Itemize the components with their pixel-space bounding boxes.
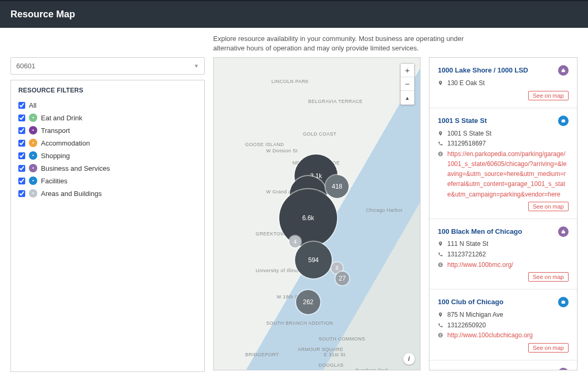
map-place-label: Burnham Park: [355, 368, 389, 370]
result-address: 130 E Oak St: [438, 78, 569, 89]
result-card: 100 Eastwalton100 E Walton St13123373393…: [429, 360, 577, 371]
results-list[interactable]: 1000 Lake Shore / 1000 LSD130 E Oak StSe…: [429, 57, 578, 370]
result-title[interactable]: 100 Black Men of Chicago: [438, 226, 569, 237]
filter-checkbox[interactable]: [18, 115, 25, 121]
map-cluster[interactable]: 262: [296, 290, 320, 314]
globe-icon: [438, 332, 444, 341]
filter-item-areas[interactable]: •Areas and Buildings: [18, 187, 197, 200]
chevron-down-icon: ▼: [194, 63, 199, 69]
accommodation-icon: •: [29, 139, 37, 147]
result-address: 111 N State St: [438, 239, 569, 250]
filter-checkbox[interactable]: [18, 165, 25, 172]
filter-item-facilities[interactable]: •Facilities: [18, 174, 197, 187]
filter-item-business[interactable]: •Business and Services: [18, 162, 197, 174]
results-column: 1000 Lake Shore / 1000 LSD130 E Oak StSe…: [429, 57, 578, 370]
phone-icon: [438, 322, 444, 331]
phone-icon: [438, 251, 444, 260]
map-place-label: LINCOLN PARK: [271, 79, 309, 84]
result-phone: 13122650920: [438, 320, 569, 331]
globe-icon: [438, 150, 444, 160]
phone-icon: [438, 140, 444, 149]
map-place-label: DOUGLAS: [319, 363, 344, 368]
result-link[interactable]: http://www.100bmc.org/: [447, 260, 513, 270]
map-canvas[interactable]: LINCOLN PARKBELGRAVIA TERRACEGOOSE ISLAN…: [213, 57, 421, 370]
areas-icon: •: [29, 189, 37, 198]
intro-text: Explore resource availability in your co…: [213, 34, 497, 53]
see-on-map-button[interactable]: See on map: [528, 343, 569, 353]
filter-label: Shopping: [41, 152, 70, 160]
map-cluster[interactable]: 27: [335, 272, 349, 285]
result-title[interactable]: 1000 Lake Shore / 1000 LSD: [438, 65, 569, 76]
map-place-label: BELGRAVIA TERRACE: [308, 99, 363, 104]
zoom-controls: + − ▴: [400, 63, 415, 105]
result-url: http://www.100clubchicago.org: [438, 330, 569, 341]
see-on-map-button[interactable]: See on map: [528, 272, 569, 282]
reset-north-button[interactable]: ▴: [401, 91, 414, 105]
result-phone: 13129518697: [438, 139, 569, 149]
main-content-row: 60601 ▼ RESOURCE FILTERS All•Eat and Dri…: [0, 57, 588, 382]
see-on-map-button[interactable]: See on map: [528, 91, 569, 100]
building-icon: [558, 226, 569, 237]
filter-checkbox[interactable]: [18, 127, 25, 134]
map-place-label: SOUTH COMMONS: [319, 336, 365, 341]
filter-label: Eat and Drink: [41, 114, 82, 122]
pin-icon: [438, 240, 444, 250]
pin-icon: [438, 311, 444, 320]
filter-checkbox[interactable]: [18, 152, 25, 159]
globe-icon: [438, 261, 444, 271]
business-icon: •: [29, 164, 37, 172]
map-cluster[interactable]: 4: [289, 236, 301, 247]
result-link[interactable]: http://www.100clubchicago.org: [447, 330, 533, 340]
pin-icon: [438, 79, 444, 89]
filter-title: RESOURCE FILTERS: [18, 87, 197, 94]
filter-item-eat-drink[interactable]: •Eat and Drink: [18, 111, 197, 124]
map-cluster[interactable]: 594: [295, 242, 332, 278]
map-column: LINCOLN PARKBELGRAVIA TERRACEGOOSE ISLAN…: [213, 57, 421, 370]
map-cluster[interactable]: 418: [326, 175, 349, 198]
filter-checkbox[interactable]: [18, 102, 25, 109]
briefcase-icon: [558, 116, 569, 126]
result-title[interactable]: 100 Eastwalton: [438, 368, 569, 371]
result-url: http://www.100bmc.org/: [438, 260, 569, 271]
intro-row: Explore resource availability in your co…: [0, 28, 588, 57]
filter-item-shopping[interactable]: •Shopping: [18, 149, 197, 162]
map-place-label: GOLD COAST: [303, 131, 337, 137]
filter-label: Facilities: [41, 177, 68, 185]
filter-item-accommodation[interactable]: •Accommodation: [18, 137, 197, 149]
map-cluster[interactable]: 6.6k: [279, 189, 337, 247]
filter-item-all[interactable]: All: [18, 99, 197, 111]
page-title: Resource Map: [10, 9, 578, 20]
eat-drink-icon: •: [29, 113, 37, 122]
map-place-label: E 31st St: [324, 352, 345, 357]
see-on-map-button[interactable]: See on map: [528, 202, 569, 211]
facilities-icon: •: [29, 177, 37, 185]
result-address: 1001 S State St: [438, 129, 569, 139]
shopping-icon: •: [29, 151, 37, 160]
result-title[interactable]: 100 Club of Chicago: [438, 297, 569, 308]
result-link[interactable]: https://en.parkopedia.com/parking/garage…: [447, 149, 569, 200]
filter-label: Transport: [41, 127, 70, 134]
map-place-label: W Division St: [266, 148, 298, 153]
filter-checkbox[interactable]: [18, 140, 25, 147]
map-place-label: GOOSE ISLAND: [245, 142, 284, 147]
zoom-in-button[interactable]: +: [401, 64, 414, 77]
zoom-out-button[interactable]: −: [401, 77, 414, 91]
filter-label: Business and Services: [41, 164, 110, 172]
result-title[interactable]: 1001 S State St: [438, 116, 569, 127]
filter-list: All•Eat and Drink•Transport•Accommodatio…: [18, 99, 197, 200]
result-phone: 13123721262: [438, 250, 569, 260]
map-place-label: SOUTH BRANCH ADDITION: [266, 320, 333, 326]
zip-select[interactable]: 60601 ▼: [10, 57, 205, 75]
result-card: 100 Club of Chicago875 N Michigan Ave131…: [429, 289, 577, 360]
result-card: 1000 Lake Shore / 1000 LSD130 E Oak StSe…: [429, 58, 577, 108]
result-card: 1001 S State St1001 S State St1312951869…: [429, 108, 577, 219]
filter-item-transport[interactable]: •Transport: [18, 124, 197, 137]
map-place-label: BRIDGEPORT: [245, 352, 279, 357]
zip-value: 60601: [16, 62, 35, 70]
filter-checkbox[interactable]: [18, 190, 25, 197]
filter-checkbox[interactable]: [18, 178, 25, 184]
transport-icon: •: [29, 126, 37, 134]
filter-label: Areas and Buildings: [41, 190, 102, 198]
filters-column: 60601 ▼ RESOURCE FILTERS All•Eat and Dri…: [10, 57, 205, 372]
app-header: Resource Map: [0, 0, 588, 28]
